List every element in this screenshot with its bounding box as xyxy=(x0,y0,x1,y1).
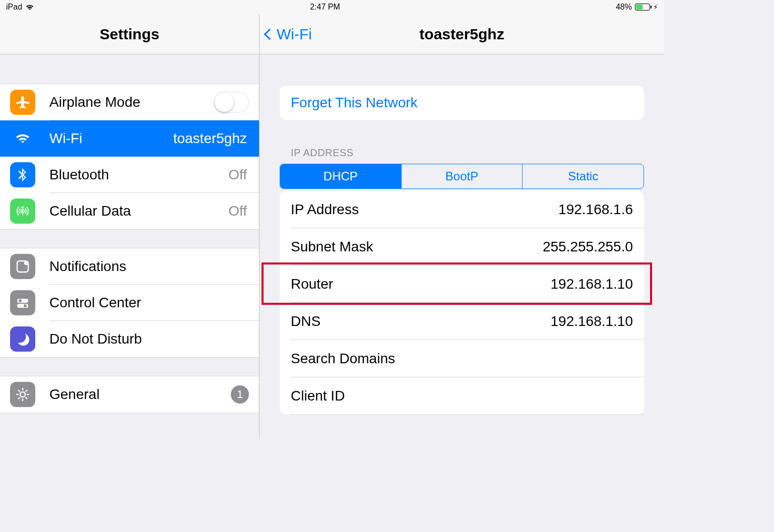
detail-title: toaster5ghz xyxy=(419,26,504,43)
detail-row-router[interactable]: Router192.168.1.10 xyxy=(280,265,644,303)
svg-point-6 xyxy=(24,304,27,307)
detail-row-label: Router xyxy=(291,276,333,292)
bluetooth-icon xyxy=(10,162,35,187)
detail-pane: Wi-Fi toaster5ghz Forget This Network IP… xyxy=(260,14,664,438)
sidebar-item-airplane[interactable]: Airplane Mode xyxy=(0,84,259,120)
detail-row-label: DNS xyxy=(291,313,320,329)
airplane-icon xyxy=(10,90,35,115)
detail-row-search-domains[interactable]: Search Domains xyxy=(280,340,644,377)
svg-point-2 xyxy=(24,261,28,265)
sidebar-item-value: toaster5ghz xyxy=(173,130,249,147)
segment-dhcp[interactable]: DHCP xyxy=(280,164,401,188)
sidebar-item-dnd[interactable]: Do Not Disturb xyxy=(0,321,259,357)
sidebar-item-notifications[interactable]: Notifications xyxy=(0,248,259,285)
sidebar-item-label: Notifications xyxy=(49,258,249,275)
sidebar-item-label: Control Center xyxy=(49,295,249,311)
sidebar-item-value: Off xyxy=(228,203,249,219)
detail-row-client-id[interactable]: Client ID xyxy=(280,377,644,415)
back-button[interactable]: Wi-Fi xyxy=(266,26,312,43)
detail-row-subnet-mask[interactable]: Subnet Mask255.255.255.0 xyxy=(280,228,644,265)
status-time: 2:47 PM xyxy=(310,3,340,12)
detail-header: Wi-Fi toaster5ghz xyxy=(260,14,664,54)
dnd-icon xyxy=(10,326,35,352)
svg-line-14 xyxy=(18,397,20,400)
controlcenter-icon xyxy=(10,290,35,315)
wifi-status-icon xyxy=(25,4,34,11)
airplane-mode-switch[interactable] xyxy=(214,92,249,113)
sidebar-item-label: Wi-Fi xyxy=(49,130,173,147)
svg-line-15 xyxy=(26,390,28,392)
sidebar-item-label: Cellular Data xyxy=(49,203,228,219)
device-label: iPad xyxy=(6,3,22,12)
detail-row-label: Search Domains xyxy=(291,351,395,367)
detail-row-value: 192.168.1.10 xyxy=(551,313,633,329)
sidebar-title: Settings xyxy=(100,26,159,43)
chevron-left-icon xyxy=(264,28,276,40)
back-label: Wi-Fi xyxy=(277,26,312,43)
svg-point-4 xyxy=(19,299,22,302)
sidebar-group: General1 xyxy=(0,376,259,413)
sidebar-header: Settings xyxy=(0,14,259,54)
detail-row-dns[interactable]: DNS192.168.1.10 xyxy=(280,303,644,340)
sidebar-item-label: General xyxy=(49,386,231,403)
detail-row-ip-address[interactable]: IP Address192.168.1.6 xyxy=(280,191,644,228)
forget-network-card: Forget This Network xyxy=(280,86,644,120)
sidebar-group: Airplane ModeWi-Fitoaster5ghzBluetoothOf… xyxy=(0,84,259,230)
sidebar-item-label: Airplane Mode xyxy=(49,94,214,110)
general-icon xyxy=(10,382,35,407)
detail-row-value: 192.168.1.6 xyxy=(558,202,633,218)
sidebar-item-general[interactable]: General1 xyxy=(0,376,259,413)
sidebar-item-badge: 1 xyxy=(231,385,249,404)
segment-static[interactable]: Static xyxy=(522,164,643,188)
ip-address-section-label: IP ADDRESS xyxy=(291,147,644,159)
sidebar-item-value: Off xyxy=(228,167,249,183)
sidebar-group: NotificationsControl CenterDo Not Distur… xyxy=(0,248,259,358)
ip-address-card: DHCPBootPStatic IP Address192.168.1.6Sub… xyxy=(280,164,644,415)
sidebar-item-controlcenter[interactable]: Control Center xyxy=(0,285,259,321)
sidebar-item-label: Do Not Disturb xyxy=(49,331,249,347)
svg-line-12 xyxy=(18,390,20,392)
cellular-icon xyxy=(10,198,35,224)
segment-bootp[interactable]: BootP xyxy=(401,164,523,188)
ip-detail-list: IP Address192.168.1.6Subnet Mask255.255.… xyxy=(280,191,644,415)
ip-mode-segmented-control[interactable]: DHCPBootPStatic xyxy=(280,164,644,189)
battery-icon xyxy=(635,4,650,11)
settings-sidebar: Settings Airplane ModeWi-Fitoaster5ghzBl… xyxy=(0,14,260,438)
sidebar-item-wifi[interactable]: Wi-Fitoaster5ghz xyxy=(0,120,259,157)
sidebar-item-label: Bluetooth xyxy=(49,167,228,183)
battery-percent: 48% xyxy=(616,3,632,12)
svg-line-13 xyxy=(26,397,28,400)
status-bar: iPad 2:47 PM 48% ⚡︎ xyxy=(0,0,664,14)
svg-point-7 xyxy=(20,392,25,397)
forget-network-button[interactable]: Forget This Network xyxy=(280,86,644,120)
detail-row-label: IP Address xyxy=(291,202,359,218)
detail-row-label: Client ID xyxy=(291,388,345,404)
wifi-icon xyxy=(10,126,35,151)
sidebar-item-bluetooth[interactable]: BluetoothOff xyxy=(0,157,259,193)
detail-row-value: 192.168.1.10 xyxy=(551,276,633,292)
detail-row-label: Subnet Mask xyxy=(291,239,373,255)
sidebar-item-cellular[interactable]: Cellular DataOff xyxy=(0,193,259,229)
notifications-icon xyxy=(10,254,35,279)
charging-icon: ⚡︎ xyxy=(653,3,658,11)
detail-row-value: 255.255.255.0 xyxy=(543,239,633,255)
